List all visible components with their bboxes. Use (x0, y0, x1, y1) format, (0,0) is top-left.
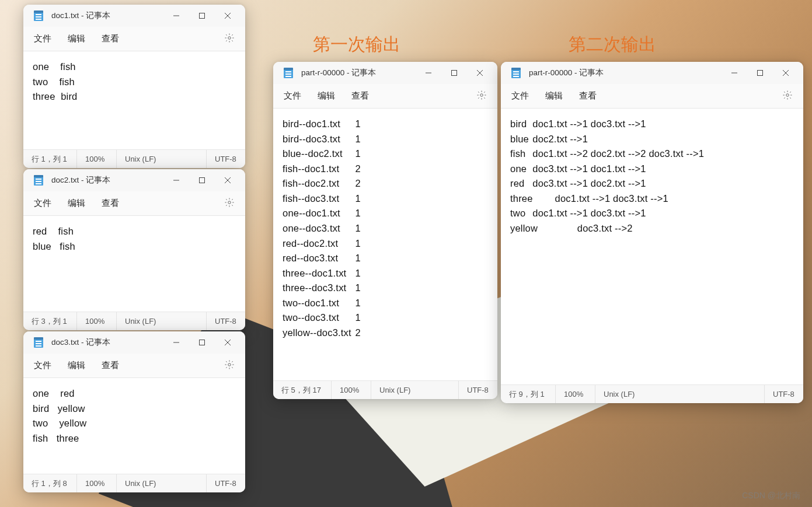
status-eol: Unix (LF) (595, 385, 765, 403)
notepad-icon (34, 11, 43, 21)
minimize-button[interactable] (163, 6, 189, 25)
svg-rect-6 (200, 178, 205, 183)
menubar: 文件 编辑 查看 (23, 354, 245, 378)
maximize-button[interactable] (189, 333, 215, 352)
window-title: doc2.txt - 记事本 (51, 175, 110, 186)
gear-icon[interactable] (224, 33, 235, 45)
titlebar[interactable]: part-r-00000 - 记事本 (273, 62, 497, 84)
menu-file[interactable]: 文件 (511, 90, 529, 102)
status-zoom: 100% (332, 381, 371, 399)
window-doc1: doc1.txt - 记事本 文件 编辑 查看 one fish two fis… (23, 5, 245, 168)
svg-rect-11 (200, 340, 205, 345)
menu-view[interactable]: 查看 (102, 360, 119, 371)
menu-file[interactable]: 文件 (34, 198, 51, 209)
window-title: doc3.txt - 记事本 (51, 337, 110, 348)
status-position: 行 3，列 1 (23, 312, 77, 330)
minimize-button[interactable] (416, 64, 441, 82)
maximize-button[interactable] (441, 64, 467, 82)
status-zoom: 100% (77, 474, 117, 492)
status-encoding: UTF-8 (207, 474, 245, 492)
text-content[interactable]: one fish two fish three bird (23, 51, 245, 149)
status-eol: Unix (LF) (117, 312, 207, 330)
statusbar: 行 3，列 1 100% Unix (LF) UTF-8 (23, 312, 245, 330)
notepad-icon (34, 175, 43, 186)
window-doc2: doc2.txt - 记事本 文件 编辑 查看 red fish blue fi… (23, 169, 245, 330)
svg-rect-1 (200, 13, 205, 19)
svg-point-4 (228, 37, 231, 40)
titlebar[interactable]: doc3.txt - 记事本 (23, 331, 245, 354)
menubar: 文件 编辑 查看 (273, 84, 497, 109)
maximize-button[interactable] (189, 171, 215, 190)
text-content[interactable]: red fish blue fish (23, 216, 245, 312)
svg-point-9 (228, 201, 231, 204)
status-eol: Unix (LF) (117, 474, 207, 492)
notepad-icon (511, 68, 521, 78)
minimize-button[interactable] (163, 171, 189, 190)
menu-edit[interactable]: 编辑 (68, 198, 85, 209)
window-title: doc1.txt - 记事本 (51, 11, 110, 21)
status-eol: Unix (LF) (117, 150, 207, 168)
menu-view[interactable]: 查看 (102, 198, 119, 209)
statusbar: 行 1，列 8 100% Unix (LF) UTF-8 (23, 474, 245, 492)
svg-point-14 (228, 363, 231, 366)
notepad-icon (34, 337, 43, 348)
menu-edit[interactable]: 编辑 (68, 33, 85, 44)
svg-rect-21 (758, 71, 763, 76)
window-doc3: doc3.txt - 记事本 文件 编辑 查看 one red bird yel… (23, 331, 245, 492)
status-zoom: 100% (556, 385, 595, 403)
window-out2: part-r-00000 - 记事本 文件 编辑 查看 bird doc1.tx… (501, 62, 803, 403)
titlebar[interactable]: part-r-00000 - 记事本 (501, 62, 803, 84)
menubar: 文件 编辑 查看 (501, 84, 803, 109)
watermark: CSDN @北村南 (742, 491, 800, 501)
text-content[interactable]: one red bird yellow two yellow fish thre… (23, 378, 245, 474)
menu-view[interactable]: 查看 (579, 90, 597, 102)
titlebar[interactable]: doc1.txt - 记事本 (23, 5, 245, 27)
menu-file[interactable]: 文件 (34, 360, 51, 371)
window-title: part-r-00000 - 记事本 (529, 68, 604, 78)
label-first-output: 第一次输出 (313, 33, 400, 57)
menu-view[interactable]: 查看 (102, 33, 119, 44)
statusbar: 行 9，列 1 100% Unix (LF) UTF-8 (501, 384, 803, 403)
window-out1: part-r-00000 - 记事本 文件 编辑 查看 bird--doc1.t… (273, 62, 497, 399)
maximize-button[interactable] (747, 64, 773, 82)
status-encoding: UTF-8 (207, 150, 245, 168)
close-button[interactable] (215, 333, 241, 352)
status-encoding: UTF-8 (207, 312, 245, 330)
svg-point-24 (786, 94, 789, 97)
menubar: 文件 编辑 查看 (23, 191, 245, 216)
close-button[interactable] (215, 171, 241, 190)
status-position: 行 5，列 17 (273, 381, 332, 399)
label-second-output: 第二次输出 (569, 33, 656, 57)
minimize-button[interactable] (163, 333, 189, 352)
status-position: 行 1，列 1 (23, 150, 77, 168)
statusbar: 行 1，列 1 100% Unix (LF) UTF-8 (23, 149, 245, 168)
menu-edit[interactable]: 编辑 (68, 360, 85, 371)
menu-file[interactable]: 文件 (284, 90, 301, 102)
statusbar: 行 5，列 17 100% Unix (LF) UTF-8 (273, 380, 497, 399)
status-encoding: UTF-8 (765, 385, 803, 403)
gear-icon[interactable] (224, 359, 235, 372)
menu-edit[interactable]: 编辑 (318, 90, 335, 102)
gear-icon[interactable] (224, 197, 235, 209)
close-button[interactable] (467, 64, 493, 82)
close-button[interactable] (773, 64, 799, 82)
status-eol: Unix (LF) (371, 381, 459, 399)
gear-icon[interactable] (476, 90, 487, 102)
menu-edit[interactable]: 编辑 (545, 90, 563, 102)
titlebar[interactable]: doc2.txt - 记事本 (23, 169, 245, 191)
close-button[interactable] (215, 6, 241, 25)
svg-point-19 (480, 94, 483, 97)
gear-icon[interactable] (782, 90, 793, 102)
menu-file[interactable]: 文件 (34, 33, 51, 44)
svg-rect-16 (452, 71, 457, 76)
status-position: 行 1，列 8 (23, 474, 77, 492)
status-position: 行 9，列 1 (501, 385, 556, 403)
text-content[interactable]: bird--doc1.txt 1 bird--doc3.txt 1 blue--… (273, 109, 497, 380)
text-content[interactable]: bird doc1.txt -->1 doc3.txt -->1 blue do… (501, 109, 803, 384)
menu-view[interactable]: 查看 (351, 90, 369, 102)
menubar: 文件 编辑 查看 (23, 27, 245, 51)
minimize-button[interactable] (722, 64, 747, 82)
status-zoom: 100% (77, 312, 117, 330)
maximize-button[interactable] (189, 6, 215, 25)
window-title: part-r-00000 - 记事本 (301, 68, 376, 78)
